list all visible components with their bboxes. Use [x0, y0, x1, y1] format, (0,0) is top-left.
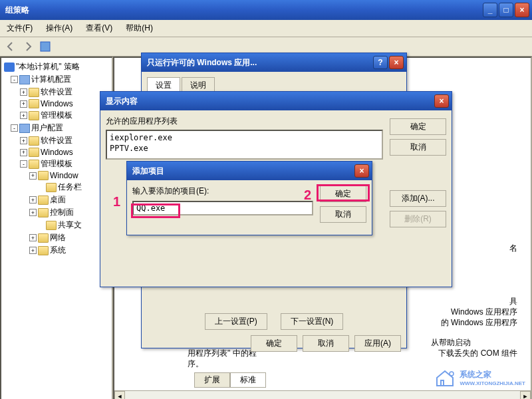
config-icon [19, 124, 30, 133]
folder-icon [29, 136, 39, 146]
bg-text: 具 [509, 296, 517, 307]
prev-setting-button[interactable]: 上一设置(P) [205, 313, 267, 330]
tree-toggle[interactable]: + [20, 100, 27, 108]
next-setting-button[interactable]: 下一设置(N) [281, 313, 344, 330]
tree-node[interactable]: +系统 [4, 244, 109, 257]
tree-toggle[interactable]: + [29, 209, 37, 216]
tree-node[interactable]: +软件设置 [4, 86, 109, 98]
tree-toggle[interactable]: + [20, 137, 27, 144]
policy-apply-button[interactable]: 应用(A) [354, 335, 401, 352]
tree-toggle[interactable]: - [20, 160, 27, 168]
policy-cancel-button[interactable]: 取消 [303, 335, 349, 352]
scroll-left-icon[interactable]: ◄ [114, 391, 125, 399]
tree-label[interactable]: 软件设置 [41, 135, 72, 146]
tree-node[interactable]: +Window [4, 170, 109, 181]
tree-node[interactable]: +控制面 [4, 206, 109, 219]
bg-text: 下载丢失的 COM 组件 [438, 348, 517, 359]
add-item-titlebar[interactable]: 添加项目 × [127, 162, 372, 180]
tree-node[interactable]: -用户配置 [4, 122, 109, 134]
add-item-prompt: 输入要添加的项目(E): [132, 186, 313, 197]
tree-toggle[interactable]: + [29, 234, 37, 241]
tree-label[interactable]: 管理模板 [41, 110, 72, 121]
folder-icon [38, 246, 49, 255]
tree-label[interactable]: 软件设置 [41, 86, 72, 98]
tree-toggle[interactable]: + [20, 88, 27, 96]
tree-toggle[interactable]: - [11, 124, 18, 132]
tree-toggle[interactable]: + [29, 196, 37, 203]
show-cancel-button[interactable]: 取消 [390, 139, 446, 156]
show-contents-titlebar[interactable]: 显示内容 × [100, 92, 452, 110]
status-tab-extended[interactable]: 扩展 [194, 372, 230, 388]
tree-pane[interactable]: "本地计算机" 策略 -计算机配置+软件设置+Windows+管理模板-用户配置… [0, 57, 113, 399]
tree-label[interactable]: 共享文 [58, 219, 82, 231]
add-button[interactable]: 添加(A)... [390, 190, 446, 207]
tree-label[interactable]: Window [50, 171, 78, 180]
minimize-button[interactable]: _ [483, 3, 497, 17]
tree-node[interactable]: +桌面 [4, 194, 109, 206]
annotation-1: 1 [113, 194, 120, 209]
folder-icon [29, 99, 39, 108]
tree-toggle[interactable]: + [20, 149, 27, 156]
back-icon[interactable] [4, 40, 17, 53]
tree-node[interactable]: -计算机配置 [4, 73, 109, 86]
refresh-icon[interactable] [39, 40, 52, 53]
bg-text: 名 [509, 243, 517, 254]
show-contents-title: 显示内容 [106, 96, 434, 107]
horizontal-scrollbar[interactable]: ◄ ► [114, 390, 531, 399]
close-button[interactable]: × [515, 3, 529, 17]
tree-toggle[interactable]: + [29, 172, 37, 180]
tree-label[interactable]: 桌面 [50, 194, 66, 205]
add-item-input[interactable] [132, 201, 313, 215]
policy-titlebar[interactable]: 只运行许可的 Windows 应用... ? × [142, 53, 406, 72]
bg-text: 序。 [188, 358, 203, 370]
status-tab-standard[interactable]: 标准 [230, 372, 266, 388]
add-item-close-button[interactable]: × [354, 164, 369, 178]
bg-text: 从帮助启动 [431, 337, 471, 348]
tree-node[interactable]: +Windows [4, 147, 109, 158]
tree-node[interactable]: 任务栏 [4, 181, 109, 194]
tree-node[interactable]: 共享文 [4, 219, 109, 231]
forward-icon[interactable] [21, 40, 35, 53]
list-item[interactable]: iexplorer.exe [110, 132, 379, 143]
folder-icon [38, 233, 49, 243]
tree-toggle[interactable]: + [29, 247, 37, 254]
menu-view[interactable]: 查看(V) [83, 21, 115, 35]
tree-label[interactable]: 网络 [50, 232, 66, 243]
tree-label[interactable]: 用户配置 [31, 122, 63, 134]
show-ok-button[interactable]: 确定 [390, 118, 446, 135]
tree-root[interactable]: "本地计算机" 策略 [4, 61, 109, 73]
tree-toggle[interactable]: + [20, 112, 27, 119]
list-item[interactable]: PPTV.exe [110, 143, 379, 154]
status-tabs: 扩展 标准 [194, 372, 266, 388]
allowed-apps-listbox[interactable]: iexplorer.exe PPTV.exe [106, 130, 383, 160]
add-item-ok-button[interactable]: 确定 [320, 186, 366, 202]
show-contents-close-button[interactable]: × [434, 94, 449, 108]
tree-node[interactable]: +网络 [4, 231, 109, 244]
tree-label[interactable]: 计算机配置 [31, 74, 71, 85]
tree-label[interactable]: 任务栏 [58, 182, 82, 193]
tree-node[interactable]: +管理模板 [4, 109, 109, 122]
tree-node[interactable]: +软件设置 [4, 134, 109, 147]
scroll-right-icon[interactable]: ► [520, 391, 531, 399]
menu-file[interactable]: 文件(F) [4, 21, 35, 35]
main-titlebar: 组策略 _ □ × [0, 0, 532, 20]
add-item-cancel-button[interactable]: 取消 [320, 206, 366, 223]
tree-label[interactable]: 管理模板 [41, 158, 72, 170]
tree-label[interactable]: Windows [41, 99, 73, 108]
policy-close-button[interactable]: × [389, 56, 404, 69]
tree-label[interactable]: 系统 [50, 245, 66, 256]
tree-toggle[interactable]: - [11, 76, 18, 83]
menu-action[interactable]: 操作(A) [43, 21, 75, 35]
list-label: 允许的应用程序列表 [106, 116, 383, 127]
help-button[interactable]: ? [373, 56, 388, 69]
tree-node[interactable]: -管理模板 [4, 158, 109, 170]
folder-icon [29, 160, 39, 169]
folder-icon [38, 171, 49, 180]
bg-text: Windows 应用程序 [451, 307, 517, 318]
tree-label[interactable]: Windows [41, 148, 73, 157]
tree-label[interactable]: 控制面 [50, 207, 74, 218]
menu-help[interactable]: 帮助(H) [123, 21, 156, 35]
policy-ok-button[interactable]: 确定 [251, 335, 297, 352]
tree-node[interactable]: +Windows [4, 98, 109, 109]
maximize-button[interactable]: □ [499, 3, 513, 17]
